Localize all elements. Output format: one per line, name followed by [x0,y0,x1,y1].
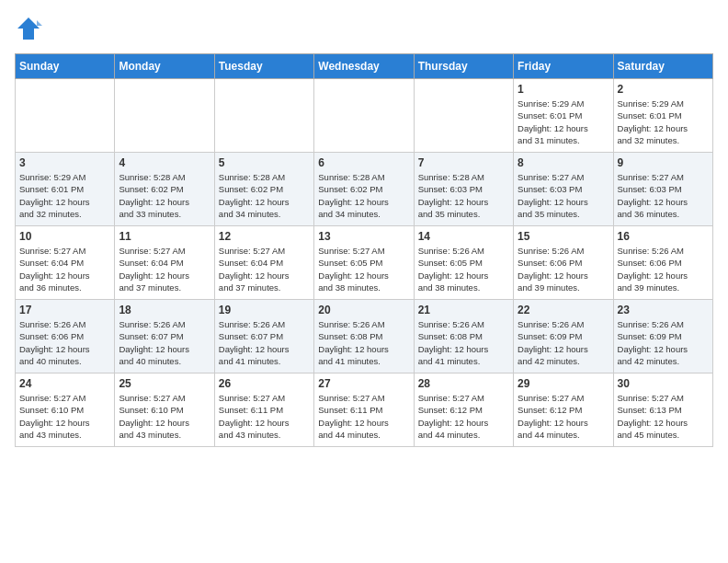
day-number: 22 [518,304,609,316]
day-info: Sunrise: 5:26 AM Sunset: 6:06 PM Dayligh… [618,245,709,293]
day-info: Sunrise: 5:27 AM Sunset: 6:13 PM Dayligh… [618,392,709,441]
calendar-day-cell [115,79,214,153]
day-info: Sunrise: 5:26 AM Sunset: 6:06 PM Dayligh… [518,245,609,293]
calendar-day-cell: 6Sunrise: 5:28 AM Sunset: 6:02 PM Daylig… [314,153,414,226]
calendar-day-cell: 13Sunrise: 5:27 AM Sunset: 6:05 PM Dayli… [314,226,414,300]
day-number: 24 [19,377,110,390]
svg-marker-0 [17,17,40,40]
day-info: Sunrise: 5:27 AM Sunset: 6:04 PM Dayligh… [219,245,310,293]
day-info: Sunrise: 5:26 AM Sunset: 6:05 PM Dayligh… [418,245,509,293]
day-number: 14 [418,230,509,243]
day-info: Sunrise: 5:27 AM Sunset: 6:12 PM Dayligh… [418,392,509,441]
calendar-day-cell: 20Sunrise: 5:26 AM Sunset: 6:08 PM Dayli… [314,300,414,373]
day-number: 4 [119,156,210,169]
day-info: Sunrise: 5:27 AM Sunset: 6:03 PM Dayligh… [618,171,709,220]
calendar-day-cell: 12Sunrise: 5:27 AM Sunset: 6:04 PM Dayli… [214,226,313,300]
day-info: Sunrise: 5:26 AM Sunset: 6:07 PM Dayligh… [219,318,310,367]
calendar-day-cell: 14Sunrise: 5:26 AM Sunset: 6:05 PM Dayli… [414,226,513,300]
calendar-week-row: 1Sunrise: 5:29 AM Sunset: 6:01 PM Daylig… [16,79,713,153]
calendar-day-cell [16,79,115,153]
calendar-day-cell: 3Sunrise: 5:29 AM Sunset: 6:01 PM Daylig… [16,153,115,226]
day-number: 28 [418,377,509,390]
calendar-week-row: 24Sunrise: 5:27 AM Sunset: 6:10 PM Dayli… [16,373,713,447]
day-info: Sunrise: 5:26 AM Sunset: 6:09 PM Dayligh… [618,318,709,367]
calendar-day-cell: 17Sunrise: 5:26 AM Sunset: 6:06 PM Dayli… [16,300,115,373]
day-number: 13 [318,230,409,243]
day-number: 20 [318,304,409,316]
logo-icon [15,15,42,42]
calendar-day-cell [214,79,313,153]
calendar-day-cell: 28Sunrise: 5:27 AM Sunset: 6:12 PM Dayli… [414,373,513,447]
day-number: 16 [618,230,709,243]
day-number: 2 [618,83,709,96]
day-info: Sunrise: 5:26 AM Sunset: 6:06 PM Dayligh… [19,318,110,367]
calendar-day-cell [314,79,414,153]
day-info: Sunrise: 5:28 AM Sunset: 6:02 PM Dayligh… [219,171,310,220]
weekday-header: Sunday [16,54,115,79]
day-number: 17 [19,304,110,316]
calendar-day-cell: 18Sunrise: 5:26 AM Sunset: 6:07 PM Dayli… [115,300,214,373]
calendar-day-cell: 30Sunrise: 5:27 AM Sunset: 6:13 PM Dayli… [613,373,712,447]
day-info: Sunrise: 5:27 AM Sunset: 6:04 PM Dayligh… [119,245,210,293]
calendar-day-cell: 9Sunrise: 5:27 AM Sunset: 6:03 PM Daylig… [613,153,712,226]
calendar-day-cell: 8Sunrise: 5:27 AM Sunset: 6:03 PM Daylig… [514,153,613,226]
calendar-day-cell: 23Sunrise: 5:26 AM Sunset: 6:09 PM Dayli… [613,300,712,373]
calendar-day-cell: 24Sunrise: 5:27 AM Sunset: 6:10 PM Dayli… [16,373,115,447]
calendar-day-cell: 7Sunrise: 5:28 AM Sunset: 6:03 PM Daylig… [414,153,513,226]
weekday-header: Wednesday [314,54,414,79]
day-number: 18 [119,304,210,316]
day-number: 25 [119,377,210,390]
day-info: Sunrise: 5:26 AM Sunset: 6:07 PM Dayligh… [119,318,210,367]
calendar-day-cell: 29Sunrise: 5:27 AM Sunset: 6:12 PM Dayli… [514,373,613,447]
calendar-day-cell: 27Sunrise: 5:27 AM Sunset: 6:11 PM Dayli… [314,373,414,447]
calendar-day-cell: 10Sunrise: 5:27 AM Sunset: 6:04 PM Dayli… [16,226,115,300]
day-info: Sunrise: 5:27 AM Sunset: 6:10 PM Dayligh… [19,392,110,441]
day-number: 29 [518,377,609,390]
weekday-header: Friday [514,54,613,79]
calendar-day-cell: 25Sunrise: 5:27 AM Sunset: 6:10 PM Dayli… [115,373,214,447]
day-number: 30 [618,377,709,390]
day-number: 26 [219,377,310,390]
day-number: 19 [219,304,310,316]
day-info: Sunrise: 5:27 AM Sunset: 6:11 PM Dayligh… [219,392,310,441]
calendar-day-cell: 1Sunrise: 5:29 AM Sunset: 6:01 PM Daylig… [514,79,613,153]
day-info: Sunrise: 5:28 AM Sunset: 6:02 PM Dayligh… [119,171,210,220]
day-info: Sunrise: 5:27 AM Sunset: 6:11 PM Dayligh… [318,392,409,441]
day-number: 9 [618,156,709,169]
day-number: 21 [418,304,509,316]
day-number: 12 [219,230,310,243]
calendar-week-row: 17Sunrise: 5:26 AM Sunset: 6:06 PM Dayli… [16,300,713,373]
weekday-header: Tuesday [214,54,313,79]
day-info: Sunrise: 5:29 AM Sunset: 6:01 PM Dayligh… [518,98,609,146]
calendar-day-cell: 2Sunrise: 5:29 AM Sunset: 6:01 PM Daylig… [613,79,712,153]
day-number: 3 [19,156,110,169]
calendar-day-cell: 21Sunrise: 5:26 AM Sunset: 6:08 PM Dayli… [414,300,513,373]
calendar-week-row: 10Sunrise: 5:27 AM Sunset: 6:04 PM Dayli… [16,226,713,300]
day-number: 6 [318,156,409,169]
day-info: Sunrise: 5:26 AM Sunset: 6:09 PM Dayligh… [518,318,609,367]
weekday-header: Monday [115,54,214,79]
calendar-day-cell: 26Sunrise: 5:27 AM Sunset: 6:11 PM Dayli… [214,373,313,447]
calendar-day-cell: 16Sunrise: 5:26 AM Sunset: 6:06 PM Dayli… [613,226,712,300]
calendar-day-cell: 22Sunrise: 5:26 AM Sunset: 6:09 PM Dayli… [514,300,613,373]
day-info: Sunrise: 5:27 AM Sunset: 6:03 PM Dayligh… [518,171,609,220]
day-number: 5 [219,156,310,169]
day-number: 8 [518,156,609,169]
day-info: Sunrise: 5:27 AM Sunset: 6:04 PM Dayligh… [19,245,110,293]
day-number: 23 [618,304,709,316]
day-info: Sunrise: 5:27 AM Sunset: 6:05 PM Dayligh… [318,245,409,293]
day-info: Sunrise: 5:29 AM Sunset: 6:01 PM Dayligh… [618,98,709,146]
day-number: 1 [518,83,609,96]
day-number: 15 [518,230,609,243]
day-info: Sunrise: 5:27 AM Sunset: 6:10 PM Dayligh… [119,392,210,441]
calendar-day-cell [414,79,513,153]
calendar-table: SundayMondayTuesdayWednesdayThursdayFrid… [15,53,713,447]
day-number: 11 [119,230,210,243]
day-info: Sunrise: 5:26 AM Sunset: 6:08 PM Dayligh… [418,318,509,367]
day-info: Sunrise: 5:28 AM Sunset: 6:02 PM Dayligh… [318,171,409,220]
day-number: 7 [418,156,509,169]
weekday-header: Thursday [414,54,513,79]
day-number: 10 [19,230,110,243]
weekday-header: Saturday [613,54,712,79]
calendar-day-cell: 15Sunrise: 5:26 AM Sunset: 6:06 PM Dayli… [514,226,613,300]
